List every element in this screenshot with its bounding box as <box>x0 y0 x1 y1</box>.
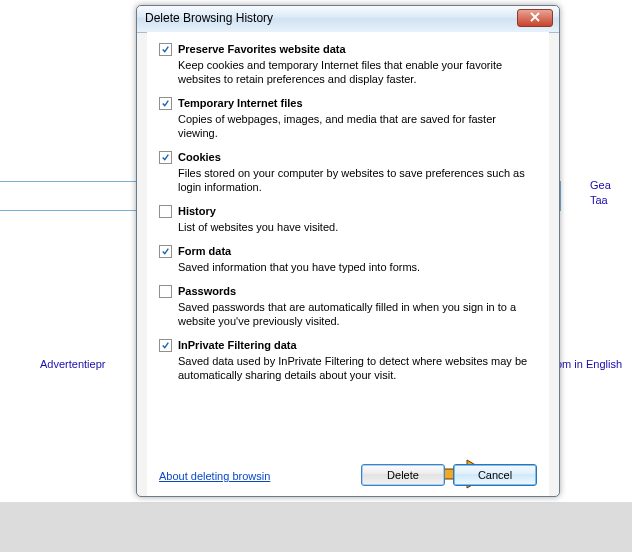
option-label: Preserve Favorites website data <box>178 42 346 56</box>
option-description: Keep cookies and temporary Internet file… <box>178 58 528 86</box>
close-icon <box>530 12 540 24</box>
about-deleting-link[interactable]: About deleting browsin <box>159 470 270 482</box>
option-3: HistoryList of websites you have visited… <box>159 204 537 234</box>
page-footer: REFRESHYOURCACHE.COM <box>0 502 632 552</box>
option-description: Files stored on your computer by website… <box>178 166 528 194</box>
close-button[interactable] <box>517 9 553 27</box>
option-label: Passwords <box>178 284 236 298</box>
option-description: Saved information that you have typed in… <box>178 260 528 274</box>
delete-browsing-history-dialog: Delete Browsing History Preserve Favorit… <box>136 5 560 497</box>
search-side-links: Gea Taa <box>590 178 611 208</box>
advertising-link[interactable]: Advertentiepr <box>40 358 105 370</box>
checkbox-0[interactable] <box>159 43 172 56</box>
checkbox-5[interactable] <box>159 285 172 298</box>
option-5: PasswordsSaved passwords that are automa… <box>159 284 537 328</box>
option-description: Saved passwords that are automatically f… <box>178 300 528 328</box>
option-0: Preserve Favorites website dataKeep cook… <box>159 42 537 86</box>
checkbox-6[interactable] <box>159 339 172 352</box>
dialog-title: Delete Browsing History <box>145 11 273 25</box>
language-tools-link[interactable]: Taa <box>590 194 608 206</box>
option-description: Copies of webpages, images, and media th… <box>178 112 528 140</box>
option-label: Temporary Internet files <box>178 96 303 110</box>
dialog-titlebar[interactable]: Delete Browsing History <box>137 6 559 33</box>
option-2: CookiesFiles stored on your computer by … <box>159 150 537 194</box>
option-label: Form data <box>178 244 231 258</box>
delete-button[interactable]: Delete <box>361 464 445 486</box>
checkbox-1[interactable] <box>159 97 172 110</box>
option-description: List of websites you have visited. <box>178 220 528 234</box>
advanced-search-link[interactable]: Gea <box>590 179 611 191</box>
option-6: InPrivate Filtering dataSaved data used … <box>159 338 537 382</box>
option-label: History <box>178 204 216 218</box>
option-4: Form dataSaved information that you have… <box>159 244 537 274</box>
checkbox-2[interactable] <box>159 151 172 164</box>
in-english-link[interactable]: om in English <box>556 358 622 370</box>
option-1: Temporary Internet filesCopies of webpag… <box>159 96 537 140</box>
checkbox-4[interactable] <box>159 245 172 258</box>
option-description: Saved data used by InPrivate Filtering t… <box>178 354 528 382</box>
cancel-button[interactable]: Cancel <box>453 464 537 486</box>
checkbox-3[interactable] <box>159 205 172 218</box>
option-label: Cookies <box>178 150 221 164</box>
option-label: InPrivate Filtering data <box>178 338 297 352</box>
